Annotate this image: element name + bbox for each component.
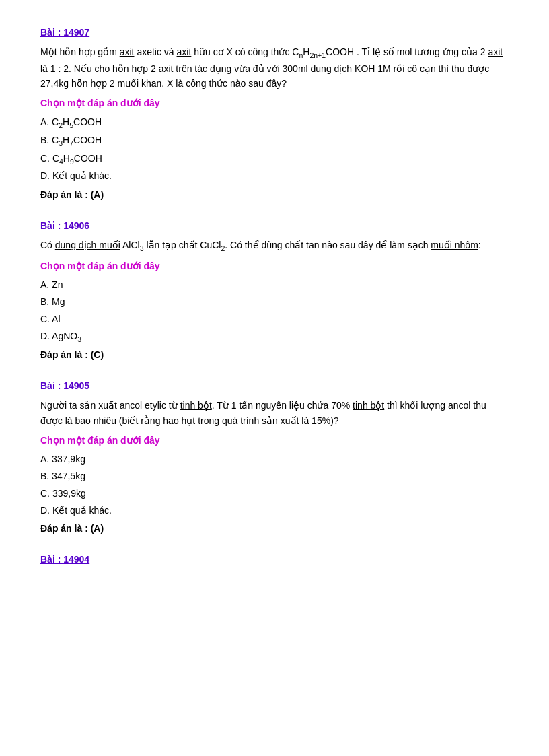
- muoi-link-1[interactable]: muối: [118, 78, 139, 89]
- bai-14905-link[interactable]: Bài : 14905: [40, 380, 89, 391]
- chon-dap-an-14905: Chọn một đáp án dưới đây: [40, 435, 509, 446]
- options-14905: A. 337,9kg B. 347,5kg C. 339,9kg D. Kết …: [40, 451, 509, 519]
- options-14906: A. Zn B. Mg C. Al D. AgNO3: [40, 277, 509, 345]
- dung-dich-muoi-link[interactable]: dung dịch muối: [55, 240, 120, 250]
- option-14905-c[interactable]: C. 339,9kg: [40, 485, 509, 502]
- question-14906-text: Có dung dịch muối AlCl3 lẫn tạp chất CuC…: [40, 238, 509, 254]
- question-14904: Bài : 14904: [40, 554, 509, 572]
- question-14905-text: Người ta sản xuất ancol etylic từ tinh b…: [40, 398, 509, 428]
- tinh-bot-link-2[interactable]: tinh bột: [353, 400, 384, 411]
- option-14907-d[interactable]: D. Kết quả khác.: [40, 168, 509, 184]
- axit-link-1[interactable]: axit: [120, 46, 135, 57]
- tinh-bot-link-1[interactable]: tinh bột: [180, 400, 212, 411]
- question-14906: Bài : 14906 Có dung dịch muối AlCl3 lẫn …: [40, 220, 509, 361]
- option-14906-a[interactable]: A. Zn: [40, 277, 509, 294]
- answer-14906: Đáp án là : (C): [40, 349, 509, 360]
- options-14907: A. C2H5COOH B. C3H7COOH C. C4H9COOH D. K…: [40, 114, 509, 184]
- answer-14905: Đáp án là : (A): [40, 523, 509, 534]
- bai-14907-link[interactable]: Bài : 14907: [40, 27, 89, 38]
- question-14907-text: Một hỗn hợp gồm axit axetic và axit hữu …: [40, 44, 509, 91]
- option-14907-a[interactable]: A. C2H5COOH: [40, 114, 509, 132]
- option-14906-d[interactable]: D. AgNO3: [40, 328, 509, 346]
- option-14905-a[interactable]: A. 337,9kg: [40, 451, 509, 468]
- bai-14906-link[interactable]: Bài : 14906: [40, 220, 89, 231]
- option-14906-c[interactable]: C. Al: [40, 311, 509, 328]
- option-14906-b[interactable]: B. Mg: [40, 294, 509, 310]
- axit-link-3[interactable]: axit: [488, 46, 503, 57]
- bai-14904-link[interactable]: Bài : 14904: [40, 554, 89, 565]
- option-14905-d[interactable]: D. Kết quả khác.: [40, 502, 509, 519]
- chon-dap-an-14907: Chọn một đáp án dưới đây: [40, 98, 509, 108]
- answer-14907: Đáp án là : (A): [40, 189, 509, 200]
- option-14905-b[interactable]: B. 347,5kg: [40, 468, 509, 485]
- chon-dap-an-14906: Chọn một đáp án dưới đây: [40, 261, 509, 271]
- question-14907: Bài : 14907 Một hỗn hợp gồm axit axetic …: [40, 27, 509, 200]
- option-14907-b[interactable]: B. C3H7COOH: [40, 132, 509, 150]
- option-14907-c[interactable]: C. C4H9COOH: [40, 150, 509, 168]
- muoi-nhom-link[interactable]: muối nhôm: [431, 240, 478, 250]
- axit-link-2[interactable]: axit: [177, 46, 192, 57]
- axit-link-4[interactable]: axit: [159, 63, 174, 74]
- question-14905: Bài : 14905 Người ta sản xuất ancol etyl…: [40, 380, 509, 534]
